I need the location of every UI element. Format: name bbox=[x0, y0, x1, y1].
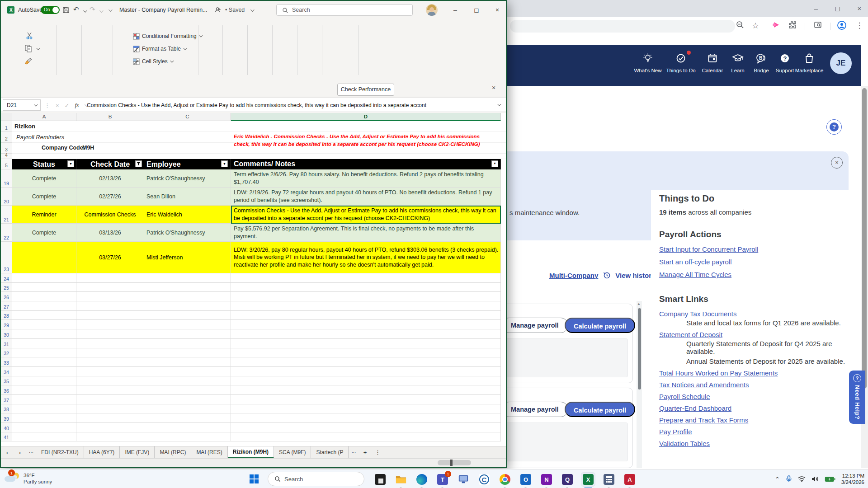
row-number[interactable]: 22 bbox=[1, 224, 12, 242]
cell-check-date[interactable]: 02/13/26 bbox=[76, 169, 144, 188]
empty-cell[interactable] bbox=[76, 348, 144, 358]
card-list-scrollbar-thumb[interactable] bbox=[638, 308, 641, 389]
cell-employee[interactable]: Sean Dillon bbox=[144, 188, 231, 206]
column-header-C[interactable]: C bbox=[144, 113, 231, 121]
page-scrollbar-thumb[interactable] bbox=[862, 88, 867, 389]
taskbar-app-file-explorer[interactable] bbox=[394, 473, 408, 486]
browser-close-button[interactable]: × bbox=[854, 5, 865, 12]
empty-cell[interactable] bbox=[76, 320, 144, 329]
performance-bar-close-icon[interactable]: × bbox=[489, 84, 498, 91]
empty-cell[interactable] bbox=[231, 367, 501, 376]
wifi-icon[interactable] bbox=[798, 476, 806, 482]
empty-cell[interactable] bbox=[144, 404, 231, 414]
cell-employee[interactable]: Patrick O'Shaughnessy bbox=[144, 169, 231, 188]
payroll-action-link[interactable]: Start Input for Concurrent Payroll bbox=[659, 245, 758, 253]
cut-scissors-icon[interactable] bbox=[25, 32, 33, 40]
empty-cell[interactable] bbox=[231, 404, 501, 414]
filter-dropdown-icon[interactable]: ▼ bbox=[67, 160, 74, 167]
filter-dropdown-icon[interactable] bbox=[135, 160, 142, 167]
empty-cell[interactable] bbox=[12, 301, 76, 311]
check-performance-button[interactable]: Check Performance bbox=[337, 84, 394, 96]
empty-cell[interactable] bbox=[231, 329, 501, 339]
manage-payroll-button[interactable]: Manage payroll bbox=[501, 318, 568, 333]
cell-check-date[interactable]: 03/27/26 bbox=[76, 242, 144, 273]
empty-cell[interactable] bbox=[231, 348, 501, 358]
cell-check-date[interactable]: 03/13/26 bbox=[76, 224, 144, 242]
sheet-menu-kebab-icon[interactable]: ⋮ bbox=[371, 446, 384, 458]
sheet-tab-mai-rpc-[interactable]: MAI (RPC) bbox=[155, 446, 191, 458]
empty-cell[interactable] bbox=[76, 423, 144, 432]
empty-cell[interactable] bbox=[144, 357, 231, 367]
taskbar-search[interactable]: Search bbox=[268, 472, 364, 486]
cell-status[interactable]: Complete bbox=[12, 169, 76, 188]
empty-cell[interactable] bbox=[76, 292, 144, 301]
empty-cell[interactable] bbox=[144, 376, 231, 386]
empty-cell[interactable] bbox=[231, 320, 501, 329]
taskbar-app-outlook[interactable]: O bbox=[519, 473, 533, 486]
row-number[interactable]: 19 bbox=[1, 169, 12, 188]
empty-cell[interactable] bbox=[76, 385, 144, 395]
formula-bar-expand-icon[interactable] bbox=[497, 102, 501, 106]
sheet-tab-rizikon-m9h-[interactable]: Rizikon (M9H) bbox=[228, 446, 274, 458]
empty-cell[interactable] bbox=[231, 395, 501, 404]
taskbar-app-chrome[interactable] bbox=[498, 473, 512, 486]
sheet-tab-sca-m9f-[interactable]: SCA (M9F) bbox=[274, 446, 311, 458]
column-header-B[interactable]: B bbox=[76, 113, 144, 121]
smart-link[interactable]: Statement of Deposit bbox=[659, 331, 722, 338]
view-history-link[interactable]: View history bbox=[615, 272, 655, 279]
grid-corner-box[interactable] bbox=[1, 113, 12, 121]
empty-cell[interactable] bbox=[76, 301, 144, 311]
empty-cell[interactable] bbox=[12, 376, 76, 386]
header-status[interactable]: Status▼ bbox=[12, 159, 76, 169]
cell-check-date[interactable]: 02/27/26 bbox=[76, 188, 144, 206]
row-number[interactable]: 4 bbox=[1, 154, 12, 159]
autosave-toggle[interactable]: On bbox=[41, 6, 60, 14]
taskbar-app-edge[interactable] bbox=[415, 473, 429, 486]
empty-cell[interactable] bbox=[144, 273, 231, 283]
smart-link[interactable]: Quarter-End Dashboard bbox=[659, 404, 731, 412]
zoom-icon[interactable] bbox=[735, 20, 747, 32]
empty-cell[interactable] bbox=[76, 395, 144, 404]
tabs-scroll-right-icon[interactable]: › bbox=[14, 446, 26, 458]
undo-dropdown-icon[interactable] bbox=[83, 9, 87, 12]
sheet-tab-mai-res-[interactable]: MAI (RES) bbox=[191, 446, 227, 458]
empty-cell[interactable] bbox=[12, 348, 76, 358]
row-number[interactable]: 39 bbox=[1, 413, 12, 423]
tray-chevron-up-icon[interactable]: ⌃ bbox=[775, 476, 780, 483]
empty-cell[interactable] bbox=[231, 311, 501, 320]
row-number[interactable]: 31 bbox=[1, 339, 12, 348]
user-avatar[interactable]: JE bbox=[830, 52, 852, 74]
empty-cell[interactable] bbox=[12, 357, 76, 367]
payroll-reminders-cell[interactable]: Payroll Reminders bbox=[16, 134, 64, 141]
empty-cell[interactable] bbox=[12, 404, 76, 414]
tabs-overflow-icon[interactable]: ··· bbox=[349, 446, 359, 458]
company-code-label[interactable]: Company Code: bbox=[42, 145, 85, 151]
smart-link[interactable]: Company Tax Documents bbox=[659, 310, 736, 318]
row-number[interactable]: 23 bbox=[1, 242, 12, 273]
header-employee[interactable]: Employee▼ bbox=[144, 159, 231, 169]
empty-cell[interactable] bbox=[231, 292, 501, 301]
cell-status[interactable] bbox=[12, 242, 76, 273]
taskbar-app-remote-desktop[interactable] bbox=[457, 473, 470, 486]
card-list-scrollbar[interactable]: ▲ bbox=[637, 301, 642, 468]
empty-cell[interactable] bbox=[12, 339, 76, 348]
empty-cell[interactable] bbox=[76, 432, 144, 442]
empty-cell[interactable] bbox=[12, 320, 76, 329]
format-as-table-button[interactable]: Format as Table bbox=[133, 44, 186, 54]
insert-function-icon[interactable]: fx bbox=[75, 102, 79, 109]
taskbar-app-acrobat[interactable]: A bbox=[623, 473, 637, 486]
row-number[interactable]: 30 bbox=[1, 329, 12, 339]
cell-notes-selected[interactable]: Commission Checks - Use the Add, Adjust … bbox=[231, 206, 501, 224]
empty-cell[interactable] bbox=[12, 367, 76, 376]
smart-link[interactable]: Tax Notices and Amendments bbox=[659, 381, 749, 389]
saved-dropdown-icon[interactable] bbox=[250, 8, 254, 11]
empty-cell[interactable] bbox=[12, 395, 76, 404]
need-help-tab[interactable]: ? Need Help? bbox=[849, 371, 865, 424]
empty-cell[interactable] bbox=[144, 301, 231, 311]
empty-cell[interactable] bbox=[231, 357, 501, 367]
cell-status[interactable]: Reminder bbox=[12, 206, 76, 224]
empty-cell[interactable] bbox=[231, 283, 501, 292]
empty-cell[interactable] bbox=[144, 367, 231, 376]
empty-cell[interactable] bbox=[231, 301, 501, 311]
pane-split-handle[interactable] bbox=[450, 460, 453, 466]
